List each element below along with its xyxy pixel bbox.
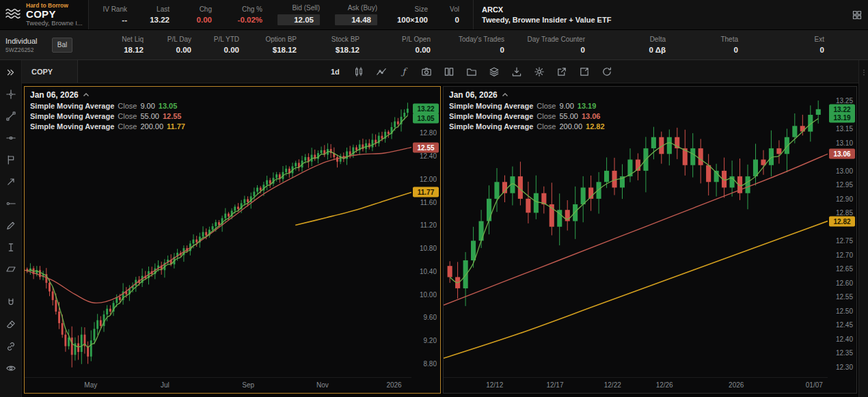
price-axis-label: 10.40: [420, 267, 437, 275]
symbol-block[interactable]: Hard to Borrow COPY Tweedy, Browne I...: [0, 0, 89, 29]
study-value: 12.55: [163, 112, 182, 120]
shape-icon[interactable]: [3, 262, 18, 276]
drawing-toolbar: [0, 60, 22, 397]
account-field-p-l-open: P/L Open0.00: [364, 36, 435, 54]
price-badge: 13.22: [413, 104, 439, 114]
study-name: Simple Moving Average: [30, 102, 114, 110]
magnet-icon[interactable]: [3, 295, 18, 310]
exchange-code: ARCX: [482, 5, 611, 14]
time-axis-label: Nov: [316, 381, 329, 389]
candles-icon[interactable]: [353, 66, 364, 77]
compare-icon[interactable]: [444, 66, 455, 77]
chart-date-title[interactable]: Jan 06, 2026: [449, 90, 605, 100]
collapse-chevron-icon[interactable]: [502, 92, 508, 98]
layers-icon[interactable]: [489, 66, 500, 77]
study-name: Simple Moving Average: [30, 122, 114, 131]
export-icon[interactable]: [556, 66, 567, 77]
account-id: 5WZ26252: [5, 46, 51, 53]
field-label: P/L YTD: [214, 36, 239, 43]
field-label: Chg: [200, 5, 212, 13]
flag-icon[interactable]: [3, 152, 18, 167]
crosshair-icon[interactable]: [3, 87, 18, 101]
chart-panel-active[interactable]: Jan 06, 2026Simple Moving AverageClose9.…: [24, 86, 441, 394]
study-period: 200.00: [559, 122, 582, 131]
account-field-theta: Theta0: [670, 36, 742, 54]
chart-panel-right[interactable]: Jan 06, 2026Simple Moving AverageClose9.…: [443, 86, 857, 394]
pencil-icon[interactable]: [3, 218, 18, 232]
collapse-chevron-icon[interactable]: [83, 92, 90, 98]
field-value: 0 Δβ: [649, 46, 666, 54]
time-axis-right[interactable]: 12/1212/1712/2212/26202601/07: [444, 377, 828, 393]
field-label: P/L Day: [167, 36, 191, 43]
field-label: Size: [415, 5, 428, 13]
eye-icon[interactable]: [3, 361, 18, 375]
quote-field-chg: Chg %-0.02%: [216, 5, 267, 24]
folder-icon[interactable]: [466, 66, 477, 77]
function-icon[interactable]: ƒ: [398, 66, 409, 77]
window-icon[interactable]: [579, 66, 590, 77]
settings-icon[interactable]: [534, 66, 545, 77]
price-axis-label: 13.15: [836, 125, 853, 133]
arrow-icon[interactable]: [3, 174, 18, 189]
field-label: P/L Open: [402, 36, 431, 43]
study-field: Close: [537, 122, 556, 131]
price-axis-label: 12.55: [836, 293, 853, 301]
ma-legend-row[interactable]: Simple Moving AverageClose200.0011.77: [30, 122, 185, 131]
timeframe-button[interactable]: 1d: [331, 68, 342, 76]
field-value: 0: [500, 46, 504, 54]
ma-legend-row[interactable]: Simple Moving AverageClose200.0012.82: [449, 122, 605, 131]
price-badge: 13.19: [829, 113, 855, 123]
eraser-icon[interactable]: [3, 317, 18, 331]
field-value[interactable]: 12.05: [277, 14, 320, 25]
chart-tab-copy[interactable]: COPY: [22, 60, 78, 83]
field-value: 0: [820, 46, 824, 54]
right-side-rail[interactable]: [858, 60, 868, 397]
study-period: 9.00: [140, 102, 154, 110]
chart-date-title[interactable]: Jan 06, 2026: [30, 90, 185, 100]
quote-field-iv-rank: IV Rank--: [93, 5, 131, 24]
ma-legend-row[interactable]: Simple Moving AverageClose55.0013.06: [449, 112, 605, 120]
field-label: Ext: [815, 36, 824, 43]
study-value: 11.77: [167, 122, 185, 131]
field-label: Option BP: [265, 36, 297, 43]
ma-legend-row[interactable]: Simple Moving AverageClose9.0013.05: [30, 102, 185, 110]
field-value[interactable]: 14.48: [335, 14, 377, 25]
balance-button[interactable]: Bal: [52, 38, 72, 53]
field-value: 0.00: [416, 46, 431, 54]
camera-icon[interactable]: [421, 66, 432, 77]
time-axis-left[interactable]: MayJulSepNov2026: [25, 377, 411, 393]
price-axis-label: 12.35: [836, 349, 853, 357]
link-icon[interactable]: [3, 339, 18, 353]
field-label: IV Rank: [103, 5, 127, 13]
quote-field-chg: Chg0.00: [174, 5, 216, 24]
field-label: Bid (Sell): [292, 4, 320, 12]
field-value: 0: [581, 46, 585, 54]
study-field: Close: [118, 112, 137, 120]
study-field: Close: [118, 122, 137, 131]
ma-legend-row[interactable]: Simple Moving AverageClose9.0013.19: [449, 102, 605, 110]
price-badge: 11.77: [413, 187, 439, 197]
price-axis-left[interactable]: 12.8012.4012.0011.6011.2010.8010.4010.00…: [411, 87, 440, 378]
rail-dots-icon[interactable]: [860, 67, 868, 397]
time-axis-label: Jul: [161, 381, 169, 389]
chart-plot-left[interactable]: Jan 06, 2026Simple Moving AverageClose9.…: [25, 87, 411, 378]
study-period: 55.00: [140, 112, 159, 120]
ma-legend-row[interactable]: Simple Moving AverageClose55.0012.55: [30, 112, 185, 120]
study-field: Close: [118, 102, 137, 110]
text-icon[interactable]: [3, 240, 18, 254]
line-icon[interactable]: [376, 66, 387, 77]
ray-icon[interactable]: [3, 196, 18, 210]
header-apps-icon[interactable]: [852, 0, 868, 29]
study-period: 55.00: [559, 112, 578, 120]
price-axis-right[interactable]: 13.2513.1513.1013.0012.9512.9012.8512.75…: [828, 87, 856, 378]
trendline-icon[interactable]: [3, 109, 18, 123]
expand-icon[interactable]: [3, 65, 18, 79]
price-axis-label: 12.45: [836, 321, 853, 329]
chart-plot-right[interactable]: Jan 06, 2026Simple Moving AverageClose9.…: [444, 87, 828, 378]
refresh-icon[interactable]: [601, 66, 612, 77]
download-icon[interactable]: [511, 66, 522, 77]
account-selector[interactable]: Individual 5WZ26252: [0, 37, 51, 53]
horizontal-line-icon[interactable]: [3, 131, 18, 145]
price-axis-label: 12.70: [836, 251, 853, 258]
field-value: -0.02%: [238, 16, 262, 24]
